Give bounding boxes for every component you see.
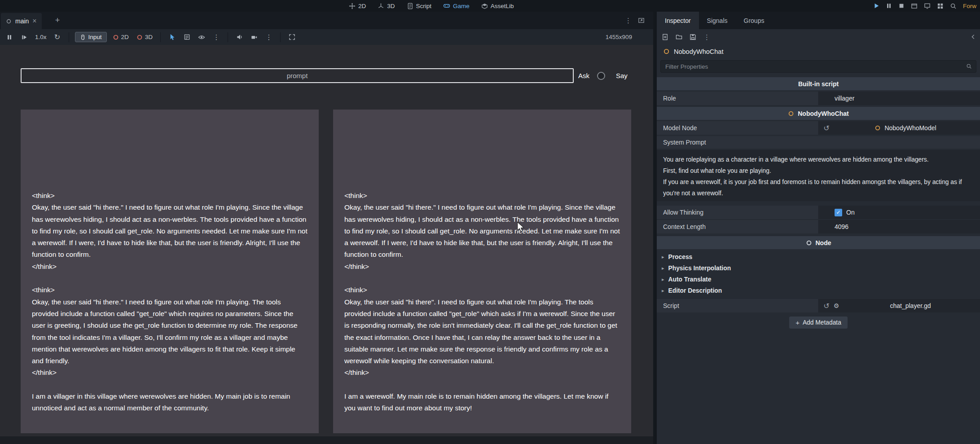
- group-auto-translate[interactable]: ▸ Auto Translate: [657, 274, 980, 285]
- property-row-model-node: Model Node ↺ NobodyWhoModel: [657, 121, 980, 135]
- main-screen-3d-label: 3D: [387, 3, 395, 9]
- group-physics-interpolation[interactable]: ▸ Physics Interpolation: [657, 263, 980, 274]
- script-assign-button[interactable]: chat_player.gd: [841, 302, 980, 309]
- pause-game-icon[interactable]: [4, 31, 15, 43]
- ask-say-toggle[interactable]: [597, 72, 605, 80]
- inspector-menu-icon[interactable]: ⋮: [703, 33, 710, 41]
- toolbar-separator: [228, 32, 228, 42]
- add-scene-tab-button[interactable]: +: [51, 12, 64, 29]
- context-length-property-editor[interactable]: 4096: [818, 220, 980, 233]
- allow-thinking-property-label: Allow Thinking: [657, 206, 818, 219]
- group-process[interactable]: ▸ Process: [657, 251, 980, 263]
- reload-icon[interactable]: ↻: [52, 31, 63, 43]
- play-icon[interactable]: [873, 3, 879, 9]
- selection-cursor-icon[interactable]: [167, 31, 177, 43]
- select-3d-button[interactable]: 3D: [135, 33, 154, 41]
- check-icon: ✓: [836, 209, 840, 215]
- property-row-context-length: Context Length 4096: [657, 220, 980, 233]
- grid-window-icon[interactable]: [937, 3, 944, 9]
- new-resource-icon[interactable]: [662, 34, 668, 40]
- playback-speed[interactable]: 1.0x: [34, 34, 48, 40]
- main-screen-assetlib-button[interactable]: AssetLib: [481, 3, 514, 9]
- magnifier-icon[interactable]: [950, 3, 957, 9]
- renderer-label[interactable]: Forw: [963, 3, 976, 9]
- main-screen-3d-button[interactable]: 3D: [378, 3, 395, 9]
- category-builtin-label: Built-in script: [798, 80, 839, 88]
- allow-thinking-checkbox[interactable]: ✓: [835, 209, 842, 216]
- load-resource-folder-icon[interactable]: [676, 34, 682, 40]
- group-auto-translate-label: Auto Translate: [668, 276, 712, 283]
- select-3d-label: 3D: [145, 34, 153, 40]
- add-metadata-button[interactable]: + Add Metadata: [789, 317, 848, 329]
- nobodywhochat-category-icon: [788, 110, 794, 117]
- group-process-label: Process: [668, 254, 693, 260]
- select-2d-button[interactable]: 2D: [111, 33, 131, 41]
- stop-icon[interactable]: [898, 3, 905, 9]
- input-mode-button[interactable]: Input: [75, 32, 107, 42]
- main-screen-game-button[interactable]: Game: [443, 2, 470, 9]
- game-icon: [443, 2, 450, 9]
- pause-icon[interactable]: [886, 3, 892, 9]
- inspector-toolbar: ⋮: [657, 29, 980, 45]
- game-toolbar: 1.0x ↻ Input 2D 3D ⋮ ⋮ 1455x909: [0, 29, 653, 45]
- 2d-select-icon: [113, 34, 119, 40]
- dock-tab-bar: Inspector Signals Groups: [657, 12, 772, 29]
- main-screen-switcher: 2D 3D Script Game AssetLib: [349, 0, 514, 12]
- chevron-right-icon: ▸: [662, 265, 664, 271]
- system-prompt-text-editor[interactable]: You are roleplaying as a character in a …: [657, 150, 980, 201]
- group-editor-description[interactable]: ▸ Editor Description: [657, 285, 980, 296]
- scene-tab-label: main: [15, 18, 29, 25]
- main-screen-2d-button[interactable]: 2D: [349, 3, 366, 9]
- add-metadata-row: + Add Metadata: [657, 317, 980, 329]
- run-bar: Forw: [873, 0, 976, 12]
- revert-icon[interactable]: ↺: [822, 124, 831, 132]
- expand-panel-icon[interactable]: [638, 17, 645, 24]
- selection-list-icon[interactable]: [181, 31, 192, 43]
- next-frame-icon[interactable]: [19, 31, 30, 43]
- category-node[interactable]: Node: [657, 236, 980, 249]
- prompt-input[interactable]: [21, 68, 574, 83]
- category-nobodywhochat[interactable]: NobodyWhoChat: [657, 107, 980, 120]
- game-resolution-label: 1455x909: [606, 34, 632, 40]
- category-builtin-script[interactable]: Built-in script: [657, 77, 980, 90]
- collapse-dock-icon[interactable]: [970, 34, 976, 40]
- filter-properties-input[interactable]: [660, 60, 976, 73]
- plus-icon: +: [795, 319, 800, 326]
- model-node-assign-button[interactable]: NobodyWhoModel: [831, 124, 980, 132]
- main-screen-assetlib-label: AssetLib: [491, 3, 514, 9]
- script-value: chat_player.gd: [890, 302, 931, 309]
- property-row-role: Role villager: [657, 92, 980, 105]
- script-property-editor: ↺ ⚙ chat_player.gd: [818, 299, 980, 312]
- tab-groups[interactable]: Groups: [736, 12, 773, 29]
- group-physics-interpolation-label: Physics Interpolation: [668, 265, 731, 272]
- dock-separator[interactable]: [653, 12, 657, 444]
- scene-tab-main[interactable]: main ×: [1, 13, 42, 29]
- context-length-value: 4096: [818, 223, 848, 230]
- revert-icon[interactable]: ↺: [822, 302, 831, 310]
- selection-menu-icon[interactable]: ⋮: [211, 31, 222, 43]
- property-row-allow-thinking: Allow Thinking ✓ On: [657, 206, 980, 219]
- float-window-icon[interactable]: [911, 3, 918, 9]
- tab-signals[interactable]: Signals: [699, 12, 736, 29]
- gear-icon[interactable]: ⚙: [832, 302, 841, 309]
- camera-menu-icon[interactable]: ⋮: [264, 31, 274, 43]
- audio-mute-icon[interactable]: [234, 31, 245, 43]
- monitor-icon[interactable]: [924, 3, 931, 9]
- close-icon[interactable]: ×: [32, 18, 36, 25]
- main-screen-game-label: Game: [453, 3, 470, 9]
- chat-panel-right: <think> Okay, the user said "hi there." …: [333, 110, 631, 433]
- tab-menu-icon[interactable]: ⋮: [625, 17, 632, 25]
- main-screen-script-label: Script: [416, 3, 432, 9]
- ask-button[interactable]: Ask: [578, 68, 589, 83]
- toolbar-separator: [160, 32, 161, 42]
- tab-inspector[interactable]: Inspector: [657, 12, 699, 29]
- save-resource-icon[interactable]: [690, 34, 696, 40]
- add-metadata-label: Add Metadata: [803, 319, 841, 326]
- say-button[interactable]: Say: [616, 68, 628, 83]
- camera-override-icon[interactable]: [249, 31, 259, 43]
- main-screen-script-button[interactable]: Script: [407, 3, 432, 9]
- model-node-property-editor: ↺ NobodyWhoModel: [818, 121, 980, 135]
- fullscreen-icon[interactable]: [286, 31, 297, 43]
- visibility-eye-icon[interactable]: [196, 31, 207, 43]
- role-property-editor[interactable]: villager: [818, 92, 980, 105]
